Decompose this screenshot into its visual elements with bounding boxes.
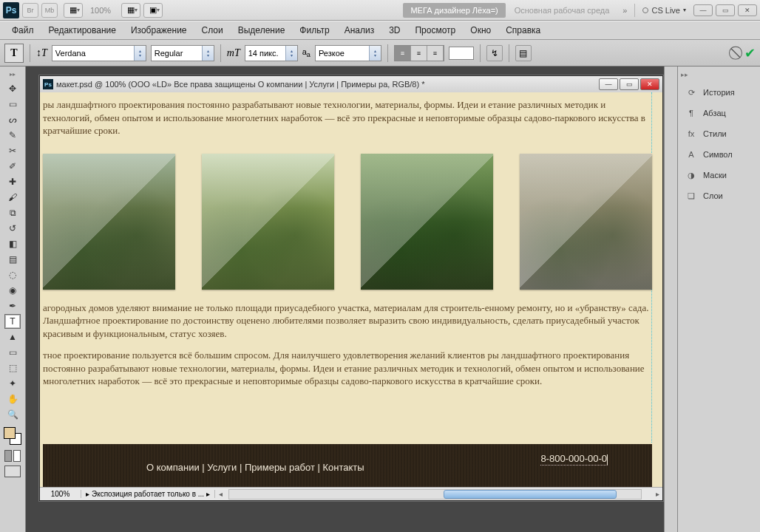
collapsed-panel-strip[interactable] [664, 66, 677, 532]
horizontal-scrollbar[interactable] [228, 489, 642, 499]
arrange-docs-dropdown[interactable]: ▦ [121, 3, 140, 18]
menu-window[interactable]: Окно [463, 22, 498, 38]
shape-tool[interactable]: ▭ [4, 345, 21, 360]
font-style-select[interactable]: Regular [151, 45, 214, 61]
marquee-tool[interactable]: ▭ [4, 97, 21, 112]
status-zoom[interactable]: 100% [40, 490, 81, 498]
zoom-tool[interactable]: 🔍 [4, 407, 21, 422]
3d-tool[interactable]: ⬚ [4, 361, 21, 375]
thumb-2 [202, 154, 334, 290]
scroll-left-button[interactable]: ◂ [215, 490, 225, 498]
body-text-1: ры ландшафтного проектирования постоянно… [43, 98, 652, 137]
character-panel-button[interactable]: ▤ [515, 45, 532, 61]
toolbox-collapse-icon[interactable]: ▸▸ [6, 71, 19, 81]
panel-history[interactable]: ⟳История [681, 83, 757, 102]
menu-3d[interactable]: 3D [381, 22, 407, 38]
panel-paragraph[interactable]: ¶Абзац [681, 103, 757, 123]
panel-styles[interactable]: fxСтили [681, 124, 757, 143]
font-size-select[interactable]: 14 пикс. [245, 45, 298, 61]
maximize-button[interactable]: ▭ [716, 4, 735, 16]
view-extras-dropdown[interactable]: ▦ [64, 3, 83, 18]
photoshop-logo: Ps [3, 2, 19, 18]
menu-layers[interactable]: Слои [194, 22, 231, 38]
footer-nav[interactable]: О компании | Услуги | Примеры работ | Ко… [146, 462, 364, 473]
minibridge-button[interactable]: Mb [41, 3, 58, 18]
bridge-button[interactable]: Br [22, 3, 38, 18]
quick-select-tool[interactable]: ✎ [4, 128, 21, 143]
gradient-tool[interactable]: ▤ [4, 252, 21, 267]
zoom-level[interactable]: 100% [86, 6, 115, 15]
text-align-group: ≡ ≡ ≡ [394, 45, 444, 61]
brush-tool[interactable]: 🖌 [4, 190, 21, 205]
workspace-more-icon[interactable]: » [618, 6, 631, 15]
quick-mask-toggle[interactable] [4, 450, 21, 462]
menu-filter[interactable]: Фильтр [292, 22, 336, 38]
minimize-button[interactable]: — [693, 4, 713, 16]
align-left-button[interactable]: ≡ [395, 46, 411, 61]
doc-maximize-button[interactable]: ▭ [620, 78, 639, 90]
antialias-select[interactable]: Резкое [315, 45, 381, 61]
close-button[interactable]: ✕ [738, 4, 757, 16]
dodge-tool[interactable]: ◉ [4, 283, 21, 298]
footer-phone[interactable]: 8-800-000-00-0 [540, 453, 608, 466]
history-brush-tool[interactable]: ↺ [4, 221, 21, 236]
warp-text-button[interactable]: ↯ [486, 45, 503, 61]
path-select-tool[interactable]: ▲ [4, 330, 21, 344]
thumb-4 [520, 154, 652, 290]
pen-tool[interactable]: ✒ [4, 299, 21, 313]
panel-character[interactable]: AСимвол [681, 145, 757, 164]
status-info[interactable]: ▸Экспозиция работает только в ...▸ [81, 490, 215, 498]
foreground-color[interactable] [4, 427, 16, 439]
doc-minimize-button[interactable]: — [599, 78, 618, 90]
horizontal-scroll-thumb[interactable] [444, 490, 617, 499]
lasso-tool[interactable]: ᔕ [4, 112, 21, 127]
menu-file[interactable]: Файл [4, 22, 41, 38]
workspace-switcher[interactable]: Основная рабочая среда [509, 3, 616, 18]
hand-tool[interactable]: ✋ [4, 392, 21, 406]
stamp-tool[interactable]: ⧉ [4, 205, 21, 220]
toolbox: ▸▸ ✥ ▭ ᔕ ✎ ✂ ✐ ✚ 🖌 ⧉ ↺ ◧ ▤ ◌ ◉ ✒ T ▲ ▭ ⬚… [0, 66, 26, 532]
align-center-button[interactable]: ≡ [411, 46, 427, 61]
page-footer: 8-800-000-00-0 О компании | Услуги | При… [43, 444, 652, 487]
menu-image[interactable]: Изображение [123, 22, 194, 38]
menu-view[interactable]: Просмотр [407, 22, 463, 38]
crop-tool[interactable]: ✂ [4, 143, 21, 158]
cs-live-button[interactable]: CS Live▾ [638, 6, 691, 15]
masks-icon: ◑ [685, 169, 697, 181]
eyedropper-tool[interactable]: ✐ [4, 159, 21, 174]
right-panels: ▸▸ ⟳История ¶Абзац fxСтили AСимвол ◑Маск… [677, 66, 760, 532]
text-orientation-icon[interactable]: ↕T [36, 47, 47, 59]
antialias-label: aa [302, 47, 311, 58]
move-tool[interactable]: ✥ [4, 81, 21, 96]
thumb-1 [43, 154, 175, 290]
healing-tool[interactable]: ✚ [4, 174, 21, 189]
commit-edit-icon[interactable]: ✔ [744, 45, 756, 61]
title-custom: МЕГА дизайнер Лёха=) [403, 3, 505, 18]
current-tool-icon[interactable]: T [4, 44, 24, 63]
document-titlebar[interactable]: Ps макет.psd @ 100% (ООО «LD» Все права … [40, 76, 662, 92]
status-bar: 100% ▸Экспозиция работает только в ...▸ … [40, 487, 662, 500]
layers-icon: ❏ [685, 190, 697, 202]
menu-analysis[interactable]: Анализ [337, 22, 382, 38]
panels-collapse-icon[interactable]: ▸▸ [681, 71, 691, 81]
screen-mode-dropdown[interactable]: ▣ [143, 3, 163, 18]
panel-masks[interactable]: ◑Маски [681, 166, 757, 185]
canvas[interactable]: ры ландшафтного проектирования постоянно… [40, 92, 662, 487]
thumb-3 [361, 154, 493, 290]
doc-close-button[interactable]: ✕ [640, 78, 659, 90]
scroll-right-button[interactable]: ▸ [652, 490, 662, 498]
menu-select[interactable]: Выделение [231, 22, 293, 38]
screen-mode-toggle[interactable] [4, 466, 21, 477]
text-color-swatch[interactable] [449, 47, 474, 60]
color-swatches[interactable] [4, 427, 21, 445]
font-family-select[interactable]: Verdana [52, 45, 146, 61]
menu-help[interactable]: Справка [498, 22, 548, 38]
panel-layers[interactable]: ❏Слои [681, 186, 757, 205]
eraser-tool[interactable]: ◧ [4, 236, 21, 251]
blur-tool[interactable]: ◌ [4, 267, 21, 282]
3d-camera-tool[interactable]: ✦ [4, 376, 21, 391]
menu-edit[interactable]: Редактирование [41, 22, 123, 38]
type-tool[interactable]: T [4, 314, 21, 329]
align-right-button[interactable]: ≡ [427, 46, 444, 61]
font-size-icon: тТ [227, 47, 240, 59]
